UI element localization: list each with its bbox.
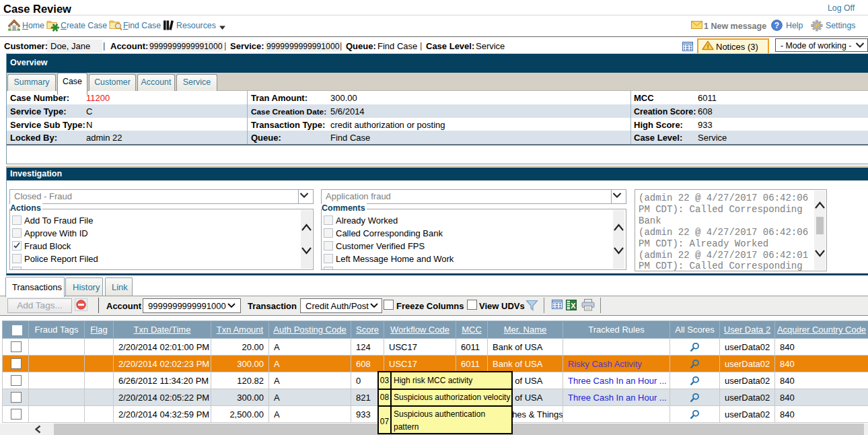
svg-text:!: ! — [707, 42, 709, 50]
svg-text:?: ? — [774, 21, 779, 30]
svg-text:X: X — [571, 302, 576, 310]
